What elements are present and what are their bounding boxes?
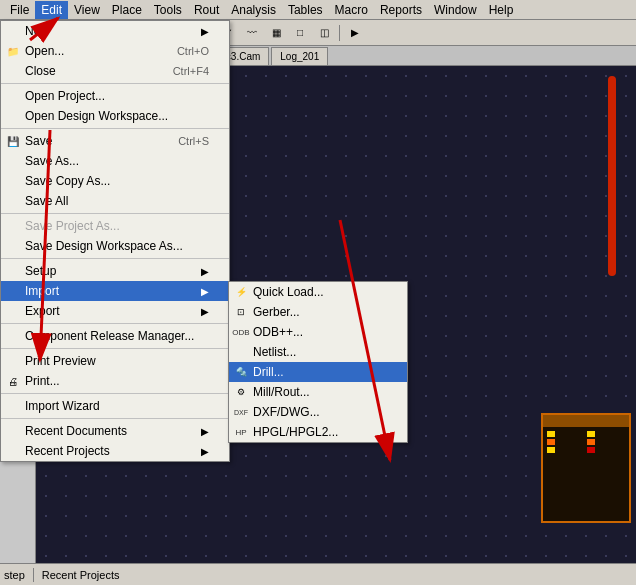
menu-export[interactable]: Export ▶ [1, 301, 229, 321]
menubar-tables[interactable]: Tables [282, 1, 329, 19]
pcb-board [476, 66, 636, 563]
menu-print-preview[interactable]: Print Preview [1, 351, 229, 371]
toolbar-box2[interactable]: ◫ [313, 23, 335, 43]
menu-close[interactable]: Close Ctrl+F4 [1, 61, 229, 81]
menu-save-copy-as-label: Save Copy As... [25, 174, 110, 188]
submenu-dxf-dwg-label: DXF/DWG... [253, 405, 320, 419]
drill-icon: 🔩 [233, 364, 249, 380]
menu-save-all[interactable]: Save All [1, 191, 229, 211]
menu-open-label: Open... [25, 44, 64, 58]
menu-print-preview-label: Print Preview [25, 354, 96, 368]
menu-setup[interactable]: Setup ▶ [1, 261, 229, 281]
statusbar-step: step [4, 569, 25, 581]
toolbar-component[interactable]: ▦ [265, 23, 287, 43]
edit-menu: New ▶ 📁 Open... Ctrl+O Close Ctrl+F4 Ope… [0, 20, 230, 462]
tab-log[interactable]: Log_201 [271, 47, 328, 65]
menu-sep4 [1, 258, 229, 259]
submenu-drill[interactable]: 🔩 Drill... [229, 362, 407, 382]
dxf-icon: DXF [233, 404, 249, 420]
menu-save-as[interactable]: Save As... [1, 151, 229, 171]
menu-sep5 [1, 323, 229, 324]
quick-load-icon: ⚡ [233, 284, 249, 300]
menu-open-shortcut: Ctrl+O [177, 45, 209, 57]
submenu-quick-load[interactable]: ⚡ Quick Load... [229, 282, 407, 302]
submenu-odb[interactable]: ODB ODB++... [229, 322, 407, 342]
menubar-reports[interactable]: Reports [374, 1, 428, 19]
menubar-file[interactable]: File [4, 1, 35, 19]
menu-open-design-workspace-label: Open Design Workspace... [25, 109, 168, 123]
submenu-gerber-label: Gerber... [253, 305, 300, 319]
menu-setup-label: Setup [25, 264, 56, 278]
menu-save-design-workspace-as-label: Save Design Workspace As... [25, 239, 183, 253]
menubar-macro[interactable]: Macro [329, 1, 374, 19]
save-icon: 💾 [5, 133, 21, 149]
menubar-tools[interactable]: Tools [148, 1, 188, 19]
menu-import[interactable]: Import ▶ [1, 281, 229, 301]
menu-component-release[interactable]: Component Release Manager... [1, 326, 229, 346]
menu-recent-projects[interactable]: Recent Projects ▶ [1, 441, 229, 461]
menu-save-label: Save [25, 134, 52, 148]
menu-import-arrow: ▶ [201, 286, 209, 297]
menu-recent-projects-label: Recent Projects [25, 444, 110, 458]
menu-import-wizard[interactable]: Import Wizard [1, 396, 229, 416]
menu-new-arrow: ▶ [201, 26, 209, 37]
menu-open-project-label: Open Project... [25, 89, 105, 103]
submenu-hpgl-label: HPGL/HPGL2... [253, 425, 338, 439]
toolbar-extra[interactable]: ▶ [344, 23, 366, 43]
odb-icon: ODB [233, 324, 249, 340]
toolbar-box1[interactable]: □ [289, 23, 311, 43]
menubar-rout[interactable]: Rout [188, 1, 225, 19]
menu-export-label: Export [25, 304, 60, 318]
submenu-hpgl[interactable]: HP HPGL/HPGL2... [229, 422, 407, 442]
menu-open[interactable]: 📁 Open... Ctrl+O [1, 41, 229, 61]
folder-icon: 📁 [5, 43, 21, 59]
menubar-edit[interactable]: Edit [35, 1, 68, 19]
menu-print[interactable]: 🖨 Print... [1, 371, 229, 391]
menu-save-copy-as[interactable]: Save Copy As... [1, 171, 229, 191]
menu-sep1 [1, 83, 229, 84]
pcb-ic-component [541, 413, 631, 523]
menu-save-project-as[interactable]: Save Project As... [1, 216, 229, 236]
menu-sep3 [1, 213, 229, 214]
menu-save-design-workspace-as[interactable]: Save Design Workspace As... [1, 236, 229, 256]
edit-dropdown: New ▶ 📁 Open... Ctrl+O Close Ctrl+F4 Ope… [0, 20, 230, 462]
menubar-view[interactable]: View [68, 1, 106, 19]
menu-export-arrow: ▶ [201, 306, 209, 317]
toolbar-route[interactable]: 〰 [241, 23, 263, 43]
menu-import-wizard-label: Import Wizard [25, 399, 100, 413]
menu-component-release-label: Component Release Manager... [25, 329, 194, 343]
submenu-gerber[interactable]: ⊡ Gerber... [229, 302, 407, 322]
menu-sep2 [1, 128, 229, 129]
menubar-analysis[interactable]: Analysis [225, 1, 282, 19]
print-icon: 🖨 [5, 373, 21, 389]
menu-open-design-workspace[interactable]: Open Design Workspace... [1, 106, 229, 126]
pcb-red-trace [608, 76, 616, 276]
menu-close-label: Close [25, 64, 56, 78]
menu-setup-arrow: ▶ [201, 266, 209, 277]
menu-save-as-label: Save As... [25, 154, 79, 168]
menu-recent-documents-label: Recent Documents [25, 424, 127, 438]
menu-close-shortcut: Ctrl+F4 [173, 65, 209, 77]
menu-open-project[interactable]: Open Project... [1, 86, 229, 106]
menu-recent-documents[interactable]: Recent Documents ▶ [1, 421, 229, 441]
submenu-drill-label: Drill... [253, 365, 284, 379]
menubar-place[interactable]: Place [106, 1, 148, 19]
menu-new[interactable]: New ▶ [1, 21, 229, 41]
submenu-netlist-label: Netlist... [253, 345, 296, 359]
menu-save-all-label: Save All [25, 194, 68, 208]
menu-import-label: Import [25, 284, 59, 298]
menubar-help[interactable]: Help [483, 1, 520, 19]
menu-save-project-as-label: Save Project As... [25, 219, 120, 233]
toolbar-sep4 [339, 25, 340, 41]
menu-sep8 [1, 418, 229, 419]
submenu-dxf-dwg[interactable]: DXF DXF/DWG... [229, 402, 407, 422]
submenu-mill-rout-label: Mill/Rout... [253, 385, 310, 399]
submenu-netlist[interactable]: Netlist... [229, 342, 407, 362]
import-submenu-container: ⚡ Quick Load... ⊡ Gerber... ODB ODB++...… [228, 281, 408, 443]
menubar-window[interactable]: Window [428, 1, 483, 19]
menu-print-label: Print... [25, 374, 60, 388]
menu-sep6 [1, 348, 229, 349]
menu-save-shortcut: Ctrl+S [178, 135, 209, 147]
submenu-mill-rout[interactable]: ⚙ Mill/Rout... [229, 382, 407, 402]
menu-save[interactable]: 💾 Save Ctrl+S [1, 131, 229, 151]
